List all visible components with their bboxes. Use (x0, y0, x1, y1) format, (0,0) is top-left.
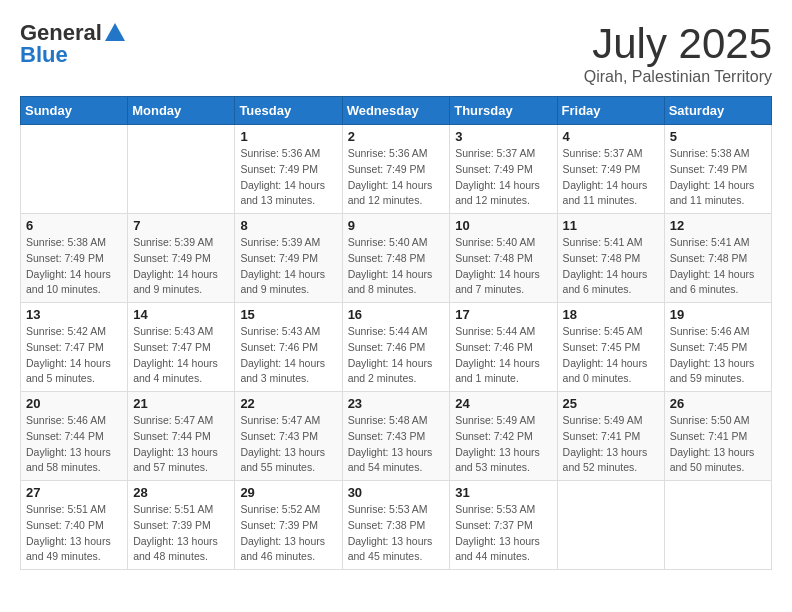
day-number: 3 (455, 129, 551, 144)
weekday-header-friday: Friday (557, 97, 664, 125)
calendar-body: 1Sunrise: 5:36 AM Sunset: 7:49 PM Daylig… (21, 125, 772, 570)
logo-blue-text: Blue (20, 42, 68, 68)
calendar-cell: 11Sunrise: 5:41 AM Sunset: 7:48 PM Dayli… (557, 214, 664, 303)
calendar-cell (21, 125, 128, 214)
day-info: Sunrise: 5:46 AM Sunset: 7:45 PM Dayligh… (670, 324, 766, 387)
day-number: 15 (240, 307, 336, 322)
calendar-cell (128, 125, 235, 214)
day-info: Sunrise: 5:40 AM Sunset: 7:48 PM Dayligh… (455, 235, 551, 298)
logo-triangle-icon (105, 23, 125, 41)
calendar-cell: 12Sunrise: 5:41 AM Sunset: 7:48 PM Dayli… (664, 214, 771, 303)
calendar-cell: 7Sunrise: 5:39 AM Sunset: 7:49 PM Daylig… (128, 214, 235, 303)
day-info: Sunrise: 5:38 AM Sunset: 7:49 PM Dayligh… (670, 146, 766, 209)
day-info: Sunrise: 5:40 AM Sunset: 7:48 PM Dayligh… (348, 235, 445, 298)
day-info: Sunrise: 5:44 AM Sunset: 7:46 PM Dayligh… (348, 324, 445, 387)
day-info: Sunrise: 5:48 AM Sunset: 7:43 PM Dayligh… (348, 413, 445, 476)
day-info: Sunrise: 5:36 AM Sunset: 7:49 PM Dayligh… (240, 146, 336, 209)
page-header: General Blue July 2025 Qirah, Palestinia… (20, 20, 772, 86)
calendar-cell: 26Sunrise: 5:50 AM Sunset: 7:41 PM Dayli… (664, 392, 771, 481)
day-number: 24 (455, 396, 551, 411)
calendar-cell: 5Sunrise: 5:38 AM Sunset: 7:49 PM Daylig… (664, 125, 771, 214)
calendar-cell (557, 481, 664, 570)
day-number: 22 (240, 396, 336, 411)
day-info: Sunrise: 5:51 AM Sunset: 7:39 PM Dayligh… (133, 502, 229, 565)
day-info: Sunrise: 5:41 AM Sunset: 7:48 PM Dayligh… (670, 235, 766, 298)
day-info: Sunrise: 5:53 AM Sunset: 7:38 PM Dayligh… (348, 502, 445, 565)
calendar-week-row: 13Sunrise: 5:42 AM Sunset: 7:47 PM Dayli… (21, 303, 772, 392)
calendar-cell: 1Sunrise: 5:36 AM Sunset: 7:49 PM Daylig… (235, 125, 342, 214)
calendar-cell: 30Sunrise: 5:53 AM Sunset: 7:38 PM Dayli… (342, 481, 450, 570)
weekday-header-saturday: Saturday (664, 97, 771, 125)
calendar-table: SundayMondayTuesdayWednesdayThursdayFrid… (20, 96, 772, 570)
calendar-cell: 15Sunrise: 5:43 AM Sunset: 7:46 PM Dayli… (235, 303, 342, 392)
day-info: Sunrise: 5:36 AM Sunset: 7:49 PM Dayligh… (348, 146, 445, 209)
day-info: Sunrise: 5:46 AM Sunset: 7:44 PM Dayligh… (26, 413, 122, 476)
day-number: 10 (455, 218, 551, 233)
day-number: 6 (26, 218, 122, 233)
location-subtitle: Qirah, Palestinian Territory (584, 68, 772, 86)
day-number: 26 (670, 396, 766, 411)
day-number: 21 (133, 396, 229, 411)
day-number: 1 (240, 129, 336, 144)
calendar-cell: 2Sunrise: 5:36 AM Sunset: 7:49 PM Daylig… (342, 125, 450, 214)
calendar-week-row: 1Sunrise: 5:36 AM Sunset: 7:49 PM Daylig… (21, 125, 772, 214)
calendar-cell: 16Sunrise: 5:44 AM Sunset: 7:46 PM Dayli… (342, 303, 450, 392)
day-number: 13 (26, 307, 122, 322)
day-number: 11 (563, 218, 659, 233)
logo: General Blue (20, 20, 125, 68)
day-number: 27 (26, 485, 122, 500)
calendar-week-row: 27Sunrise: 5:51 AM Sunset: 7:40 PM Dayli… (21, 481, 772, 570)
day-info: Sunrise: 5:45 AM Sunset: 7:45 PM Dayligh… (563, 324, 659, 387)
weekday-header-sunday: Sunday (21, 97, 128, 125)
day-number: 25 (563, 396, 659, 411)
day-number: 20 (26, 396, 122, 411)
day-number: 30 (348, 485, 445, 500)
day-info: Sunrise: 5:41 AM Sunset: 7:48 PM Dayligh… (563, 235, 659, 298)
title-area: July 2025 Qirah, Palestinian Territory (584, 20, 772, 86)
calendar-cell: 23Sunrise: 5:48 AM Sunset: 7:43 PM Dayli… (342, 392, 450, 481)
calendar-cell: 19Sunrise: 5:46 AM Sunset: 7:45 PM Dayli… (664, 303, 771, 392)
calendar-cell: 13Sunrise: 5:42 AM Sunset: 7:47 PM Dayli… (21, 303, 128, 392)
day-info: Sunrise: 5:43 AM Sunset: 7:47 PM Dayligh… (133, 324, 229, 387)
calendar-cell: 17Sunrise: 5:44 AM Sunset: 7:46 PM Dayli… (450, 303, 557, 392)
day-info: Sunrise: 5:38 AM Sunset: 7:49 PM Dayligh… (26, 235, 122, 298)
day-number: 8 (240, 218, 336, 233)
calendar-cell: 4Sunrise: 5:37 AM Sunset: 7:49 PM Daylig… (557, 125, 664, 214)
day-info: Sunrise: 5:39 AM Sunset: 7:49 PM Dayligh… (240, 235, 336, 298)
day-info: Sunrise: 5:37 AM Sunset: 7:49 PM Dayligh… (563, 146, 659, 209)
calendar-cell: 21Sunrise: 5:47 AM Sunset: 7:44 PM Dayli… (128, 392, 235, 481)
day-number: 9 (348, 218, 445, 233)
day-number: 12 (670, 218, 766, 233)
calendar-cell (664, 481, 771, 570)
day-info: Sunrise: 5:39 AM Sunset: 7:49 PM Dayligh… (133, 235, 229, 298)
day-number: 28 (133, 485, 229, 500)
day-number: 17 (455, 307, 551, 322)
day-info: Sunrise: 5:53 AM Sunset: 7:37 PM Dayligh… (455, 502, 551, 565)
day-number: 14 (133, 307, 229, 322)
day-info: Sunrise: 5:49 AM Sunset: 7:42 PM Dayligh… (455, 413, 551, 476)
calendar-header-row: SundayMondayTuesdayWednesdayThursdayFrid… (21, 97, 772, 125)
calendar-cell: 29Sunrise: 5:52 AM Sunset: 7:39 PM Dayli… (235, 481, 342, 570)
day-info: Sunrise: 5:37 AM Sunset: 7:49 PM Dayligh… (455, 146, 551, 209)
day-info: Sunrise: 5:47 AM Sunset: 7:43 PM Dayligh… (240, 413, 336, 476)
calendar-cell: 22Sunrise: 5:47 AM Sunset: 7:43 PM Dayli… (235, 392, 342, 481)
day-number: 18 (563, 307, 659, 322)
day-number: 29 (240, 485, 336, 500)
day-info: Sunrise: 5:43 AM Sunset: 7:46 PM Dayligh… (240, 324, 336, 387)
calendar-cell: 8Sunrise: 5:39 AM Sunset: 7:49 PM Daylig… (235, 214, 342, 303)
calendar-cell: 27Sunrise: 5:51 AM Sunset: 7:40 PM Dayli… (21, 481, 128, 570)
calendar-cell: 20Sunrise: 5:46 AM Sunset: 7:44 PM Dayli… (21, 392, 128, 481)
day-info: Sunrise: 5:50 AM Sunset: 7:41 PM Dayligh… (670, 413, 766, 476)
day-info: Sunrise: 5:51 AM Sunset: 7:40 PM Dayligh… (26, 502, 122, 565)
calendar-cell: 31Sunrise: 5:53 AM Sunset: 7:37 PM Dayli… (450, 481, 557, 570)
day-number: 23 (348, 396, 445, 411)
calendar-week-row: 20Sunrise: 5:46 AM Sunset: 7:44 PM Dayli… (21, 392, 772, 481)
calendar-week-row: 6Sunrise: 5:38 AM Sunset: 7:49 PM Daylig… (21, 214, 772, 303)
weekday-header-thursday: Thursday (450, 97, 557, 125)
day-number: 16 (348, 307, 445, 322)
month-title: July 2025 (584, 20, 772, 68)
day-number: 31 (455, 485, 551, 500)
day-info: Sunrise: 5:47 AM Sunset: 7:44 PM Dayligh… (133, 413, 229, 476)
day-number: 2 (348, 129, 445, 144)
calendar-cell: 25Sunrise: 5:49 AM Sunset: 7:41 PM Dayli… (557, 392, 664, 481)
